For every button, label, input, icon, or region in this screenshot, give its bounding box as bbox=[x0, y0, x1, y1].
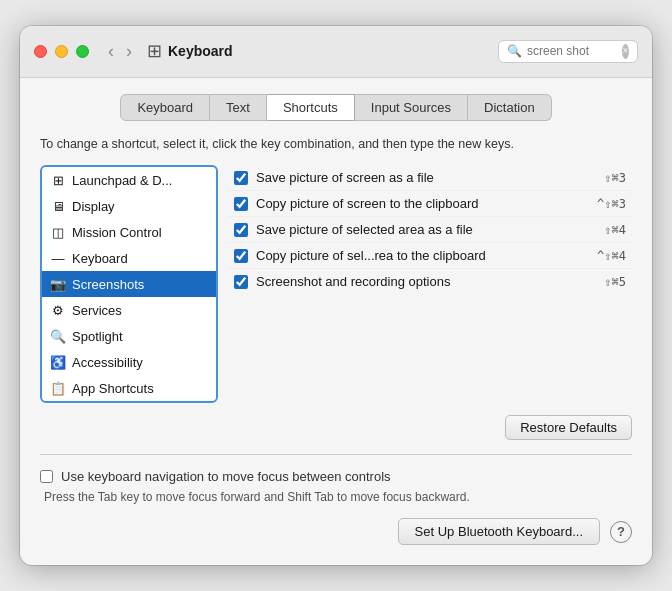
keyboard-nav-label: Use keyboard navigation to move focus be… bbox=[61, 469, 391, 484]
close-button[interactable] bbox=[34, 45, 47, 58]
sidebar-label-app-shortcuts: App Shortcuts bbox=[72, 381, 154, 396]
divider bbox=[40, 454, 632, 455]
help-button[interactable]: ? bbox=[610, 521, 632, 543]
keyboard-window: ‹ › ⊞ Keyboard 🔍 × Keyboard Text Shortcu… bbox=[20, 26, 652, 566]
shortcut-row-1: Copy picture of screen to the clipboard … bbox=[228, 191, 632, 217]
mission-control-icon: ◫ bbox=[50, 225, 66, 240]
shortcut-checkbox-1[interactable] bbox=[234, 197, 248, 211]
tab-text[interactable]: Text bbox=[210, 94, 267, 121]
tab-keyboard[interactable]: Keyboard bbox=[120, 94, 210, 121]
sidebar-item-launchpad[interactable]: ⊞ Launchpad & D... bbox=[42, 167, 216, 193]
main-panel: ⊞ Launchpad & D... 🖥 Display ◫ Mission C… bbox=[40, 165, 632, 403]
traffic-lights bbox=[34, 45, 89, 58]
sidebar-item-app-shortcuts[interactable]: 📋 App Shortcuts bbox=[42, 375, 216, 401]
shortcuts-panel: Save picture of screen as a file ⇧⌘3 Cop… bbox=[228, 165, 632, 403]
shortcut-label-0: Save picture of screen as a file bbox=[256, 170, 596, 185]
sidebar-list: ⊞ Launchpad & D... 🖥 Display ◫ Mission C… bbox=[40, 165, 218, 403]
shortcut-checkbox-0[interactable] bbox=[234, 171, 248, 185]
sidebar-label-display: Display bbox=[72, 199, 115, 214]
sidebar-item-spotlight[interactable]: 🔍 Spotlight bbox=[42, 323, 216, 349]
shortcut-label-1: Copy picture of screen to the clipboard bbox=[256, 196, 589, 211]
sidebar-item-mission-control[interactable]: ◫ Mission Control bbox=[42, 219, 216, 245]
services-icon: ⚙ bbox=[50, 303, 66, 318]
search-clear-button[interactable]: × bbox=[622, 44, 629, 59]
sidebar-label-mission-control: Mission Control bbox=[72, 225, 162, 240]
keyboard-nav-hint: Press the Tab key to move focus forward … bbox=[44, 490, 632, 504]
shortcut-keys-0: ⇧⌘3 bbox=[604, 171, 626, 185]
nav-buttons: ‹ › bbox=[103, 40, 137, 62]
description-text: To change a shortcut, select it, click t… bbox=[40, 135, 632, 154]
shortcut-keys-2: ⇧⌘4 bbox=[604, 223, 626, 237]
tab-shortcuts[interactable]: Shortcuts bbox=[267, 94, 355, 121]
sidebar-label-keyboard: Keyboard bbox=[72, 251, 128, 266]
titlebar: ‹ › ⊞ Keyboard 🔍 × bbox=[20, 26, 652, 78]
sidebar-label-screenshots: Screenshots bbox=[72, 277, 144, 292]
sidebar-label-services: Services bbox=[72, 303, 122, 318]
sidebar-item-display[interactable]: 🖥 Display bbox=[42, 193, 216, 219]
shortcut-checkbox-2[interactable] bbox=[234, 223, 248, 237]
sidebar-item-screenshots[interactable]: 📷 Screenshots bbox=[42, 271, 216, 297]
app-shortcuts-icon: 📋 bbox=[50, 381, 66, 396]
shortcut-row-0: Save picture of screen as a file ⇧⌘3 bbox=[228, 165, 632, 191]
shortcut-keys-4: ⇧⌘5 bbox=[604, 275, 626, 289]
shortcut-checkbox-4[interactable] bbox=[234, 275, 248, 289]
shortcut-label-4: Screenshot and recording options bbox=[256, 274, 596, 289]
sidebar-label-spotlight: Spotlight bbox=[72, 329, 123, 344]
window-title: Keyboard bbox=[168, 43, 233, 59]
shortcut-keys-1: ^⇧⌘3 bbox=[597, 197, 626, 211]
setup-bluetooth-button[interactable]: Set Up Bluetooth Keyboard... bbox=[398, 518, 600, 545]
minimize-button[interactable] bbox=[55, 45, 68, 58]
content-area: Keyboard Text Shortcuts Input Sources Di… bbox=[20, 78, 652, 566]
tab-dictation[interactable]: Dictation bbox=[468, 94, 552, 121]
sidebar-item-accessibility[interactable]: ♿ Accessibility bbox=[42, 349, 216, 375]
tab-input-sources[interactable]: Input Sources bbox=[355, 94, 468, 121]
search-box: 🔍 × bbox=[498, 40, 638, 63]
sidebar-item-keyboard[interactable]: — Keyboard bbox=[42, 245, 216, 271]
spotlight-icon: 🔍 bbox=[50, 329, 66, 344]
bottom-row: Set Up Bluetooth Keyboard... ? bbox=[40, 518, 632, 545]
keyboard-icon: — bbox=[50, 251, 66, 266]
shortcut-label-3: Copy picture of sel...rea to the clipboa… bbox=[256, 248, 589, 263]
tab-bar: Keyboard Text Shortcuts Input Sources Di… bbox=[40, 94, 632, 121]
shortcut-row-2: Save picture of selected area as a file … bbox=[228, 217, 632, 243]
forward-button[interactable]: › bbox=[121, 40, 137, 62]
sidebar-item-services[interactable]: ⚙ Services bbox=[42, 297, 216, 323]
shortcut-label-2: Save picture of selected area as a file bbox=[256, 222, 596, 237]
maximize-button[interactable] bbox=[76, 45, 89, 58]
display-icon: 🖥 bbox=[50, 199, 66, 214]
shortcut-row-4: Screenshot and recording options ⇧⌘5 bbox=[228, 269, 632, 294]
keyboard-nav-row: Use keyboard navigation to move focus be… bbox=[40, 469, 632, 484]
shortcut-row-3: Copy picture of sel...rea to the clipboa… bbox=[228, 243, 632, 269]
back-button[interactable]: ‹ bbox=[103, 40, 119, 62]
sidebar-label-launchpad: Launchpad & D... bbox=[72, 173, 172, 188]
keyboard-nav-checkbox[interactable] bbox=[40, 470, 53, 483]
search-input[interactable] bbox=[527, 44, 617, 58]
app-grid-icon: ⊞ bbox=[147, 40, 162, 62]
launchpad-icon: ⊞ bbox=[50, 173, 66, 188]
accessibility-icon: ♿ bbox=[50, 355, 66, 370]
restore-defaults-button[interactable]: Restore Defaults bbox=[505, 415, 632, 440]
search-icon: 🔍 bbox=[507, 44, 522, 58]
shortcut-keys-3: ^⇧⌘4 bbox=[597, 249, 626, 263]
screenshots-icon: 📷 bbox=[50, 277, 66, 292]
restore-defaults-row: Restore Defaults bbox=[40, 415, 632, 440]
shortcut-checkbox-3[interactable] bbox=[234, 249, 248, 263]
sidebar-label-accessibility: Accessibility bbox=[72, 355, 143, 370]
